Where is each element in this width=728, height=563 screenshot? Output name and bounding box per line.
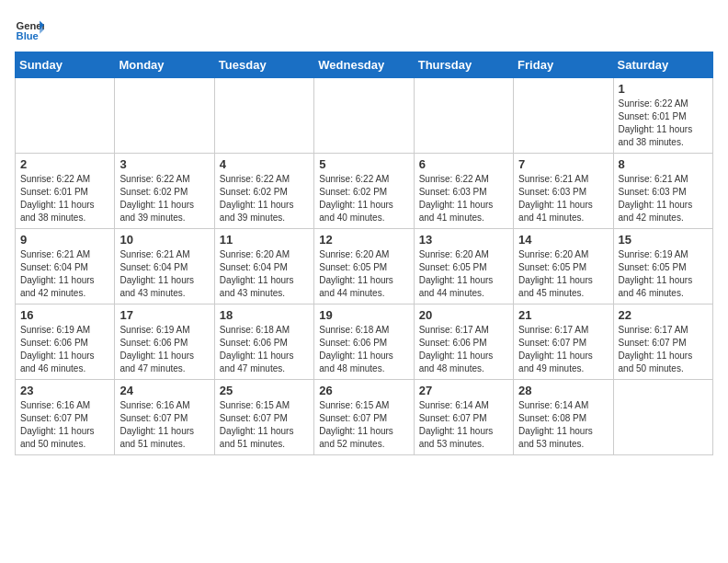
week-row-1: 1Sunrise: 6:22 AM Sunset: 6:01 PM Daylig… [16,78,713,154]
weekday-header-friday: Friday [514,52,613,78]
day-number: 21 [518,308,608,322]
calendar-cell [514,78,613,154]
calendar-cell: 21Sunrise: 6:17 AM Sunset: 6:07 PM Dayli… [514,304,613,380]
day-number: 3 [119,157,209,171]
day-info: Sunrise: 6:22 AM Sunset: 6:01 PM Dayligh… [20,173,109,224]
day-info: Sunrise: 6:15 AM Sunset: 6:07 PM Dayligh… [220,399,309,451]
day-number: 27 [419,384,508,397]
calendar-cell: 27Sunrise: 6:14 AM Sunset: 6:07 PM Dayli… [414,380,513,455]
day-number: 9 [20,233,109,247]
logo: General Blue [15,15,48,44]
day-number: 26 [319,384,408,397]
day-info: Sunrise: 6:17 AM Sunset: 6:07 PM Dayligh… [518,324,608,375]
day-number: 14 [518,233,608,247]
day-info: Sunrise: 6:18 AM Sunset: 6:06 PM Dayligh… [220,324,309,375]
weekday-header-monday: Monday [115,52,214,78]
calendar-cell: 25Sunrise: 6:15 AM Sunset: 6:07 PM Dayli… [214,380,313,455]
weekday-header-thursday: Thursday [414,52,513,78]
day-info: Sunrise: 6:16 AM Sunset: 6:07 PM Dayligh… [20,399,109,451]
calendar-cell: 6Sunrise: 6:22 AM Sunset: 6:03 PM Daylig… [414,154,513,229]
day-info: Sunrise: 6:21 AM Sunset: 6:03 PM Dayligh… [619,173,708,224]
calendar-cell: 14Sunrise: 6:20 AM Sunset: 6:05 PM Dayli… [514,229,613,304]
day-number: 12 [319,233,408,247]
day-info: Sunrise: 6:17 AM Sunset: 6:06 PM Dayligh… [419,324,508,375]
day-number: 1 [619,82,708,96]
day-info: Sunrise: 6:22 AM Sunset: 6:03 PM Dayligh… [419,173,508,224]
calendar-cell: 13Sunrise: 6:20 AM Sunset: 6:05 PM Dayli… [414,229,513,304]
calendar-cell: 15Sunrise: 6:19 AM Sunset: 6:05 PM Dayli… [613,229,712,304]
day-info: Sunrise: 6:21 AM Sunset: 6:03 PM Dayligh… [518,173,608,224]
day-info: Sunrise: 6:22 AM Sunset: 6:02 PM Dayligh… [319,173,408,224]
calendar-cell: 23Sunrise: 6:16 AM Sunset: 6:07 PM Dayli… [16,380,115,455]
calendar-cell: 1Sunrise: 6:22 AM Sunset: 6:01 PM Daylig… [613,78,712,154]
day-number: 19 [319,308,408,322]
calendar-cell: 26Sunrise: 6:15 AM Sunset: 6:07 PM Dayli… [314,380,414,455]
page-header: General Blue [15,15,713,44]
week-row-4: 16Sunrise: 6:19 AM Sunset: 6:06 PM Dayli… [16,304,713,380]
calendar-cell [115,78,214,154]
calendar-cell: 4Sunrise: 6:22 AM Sunset: 6:02 PM Daylig… [214,154,313,229]
calendar-cell: 5Sunrise: 6:22 AM Sunset: 6:02 PM Daylig… [314,154,414,229]
day-number: 2 [20,157,109,171]
day-info: Sunrise: 6:17 AM Sunset: 6:07 PM Dayligh… [619,324,708,375]
day-number: 10 [119,233,209,247]
week-row-5: 23Sunrise: 6:16 AM Sunset: 6:07 PM Dayli… [16,380,713,455]
day-number: 17 [119,308,209,322]
calendar-cell: 2Sunrise: 6:22 AM Sunset: 6:01 PM Daylig… [16,154,115,229]
day-number: 25 [220,384,309,397]
day-number: 4 [220,157,309,171]
day-info: Sunrise: 6:14 AM Sunset: 6:08 PM Dayligh… [518,399,608,451]
calendar-cell: 24Sunrise: 6:16 AM Sunset: 6:07 PM Dayli… [115,380,214,455]
weekday-header-saturday: Saturday [613,52,712,78]
day-info: Sunrise: 6:22 AM Sunset: 6:02 PM Dayligh… [119,173,209,224]
weekday-header-row: SundayMondayTuesdayWednesdayThursdayFrid… [16,52,713,78]
day-info: Sunrise: 6:14 AM Sunset: 6:07 PM Dayligh… [419,399,508,451]
day-number: 18 [220,308,309,322]
calendar-cell [613,380,712,455]
calendar-cell [16,78,115,154]
calendar-cell: 19Sunrise: 6:18 AM Sunset: 6:06 PM Dayli… [314,304,414,380]
calendar-cell: 10Sunrise: 6:21 AM Sunset: 6:04 PM Dayli… [115,229,214,304]
day-info: Sunrise: 6:21 AM Sunset: 6:04 PM Dayligh… [119,248,209,300]
svg-text:Blue: Blue [17,30,39,41]
day-number: 22 [619,308,708,322]
week-row-2: 2Sunrise: 6:22 AM Sunset: 6:01 PM Daylig… [16,154,713,229]
weekday-header-sunday: Sunday [16,52,115,78]
calendar-cell [414,78,513,154]
calendar-cell: 22Sunrise: 6:17 AM Sunset: 6:07 PM Dayli… [613,304,712,380]
day-info: Sunrise: 6:19 AM Sunset: 6:06 PM Dayligh… [20,324,109,375]
day-number: 28 [518,384,608,397]
calendar-cell [214,78,313,154]
logo-icon: General Blue [15,15,44,44]
day-info: Sunrise: 6:20 AM Sunset: 6:04 PM Dayligh… [220,248,309,300]
calendar-cell: 20Sunrise: 6:17 AM Sunset: 6:06 PM Dayli… [414,304,513,380]
day-info: Sunrise: 6:18 AM Sunset: 6:06 PM Dayligh… [319,324,408,375]
day-number: 7 [518,157,608,171]
day-info: Sunrise: 6:21 AM Sunset: 6:04 PM Dayligh… [20,248,109,300]
day-info: Sunrise: 6:15 AM Sunset: 6:07 PM Dayligh… [319,399,408,451]
day-number: 16 [20,308,109,322]
calendar-cell: 8Sunrise: 6:21 AM Sunset: 6:03 PM Daylig… [613,154,712,229]
day-number: 23 [20,384,109,397]
week-row-3: 9Sunrise: 6:21 AM Sunset: 6:04 PM Daylig… [16,229,713,304]
calendar-cell: 28Sunrise: 6:14 AM Sunset: 6:08 PM Dayli… [514,380,613,455]
day-info: Sunrise: 6:22 AM Sunset: 6:01 PM Dayligh… [619,98,708,149]
day-info: Sunrise: 6:22 AM Sunset: 6:02 PM Dayligh… [220,173,309,224]
calendar-table: SundayMondayTuesdayWednesdayThursdayFrid… [15,52,713,455]
day-number: 15 [619,233,708,247]
day-number: 6 [419,157,508,171]
calendar-cell: 11Sunrise: 6:20 AM Sunset: 6:04 PM Dayli… [214,229,313,304]
day-info: Sunrise: 6:19 AM Sunset: 6:06 PM Dayligh… [119,324,209,375]
weekday-header-wednesday: Wednesday [314,52,414,78]
weekday-header-tuesday: Tuesday [214,52,313,78]
day-info: Sunrise: 6:16 AM Sunset: 6:07 PM Dayligh… [119,399,209,451]
calendar-cell: 3Sunrise: 6:22 AM Sunset: 6:02 PM Daylig… [115,154,214,229]
calendar-cell: 12Sunrise: 6:20 AM Sunset: 6:05 PM Dayli… [314,229,414,304]
calendar-cell: 16Sunrise: 6:19 AM Sunset: 6:06 PM Dayli… [16,304,115,380]
calendar-cell: 7Sunrise: 6:21 AM Sunset: 6:03 PM Daylig… [514,154,613,229]
calendar-cell: 17Sunrise: 6:19 AM Sunset: 6:06 PM Dayli… [115,304,214,380]
day-info: Sunrise: 6:20 AM Sunset: 6:05 PM Dayligh… [518,248,608,300]
day-info: Sunrise: 6:19 AM Sunset: 6:05 PM Dayligh… [619,248,708,300]
day-info: Sunrise: 6:20 AM Sunset: 6:05 PM Dayligh… [319,248,408,300]
calendar-cell: 9Sunrise: 6:21 AM Sunset: 6:04 PM Daylig… [16,229,115,304]
